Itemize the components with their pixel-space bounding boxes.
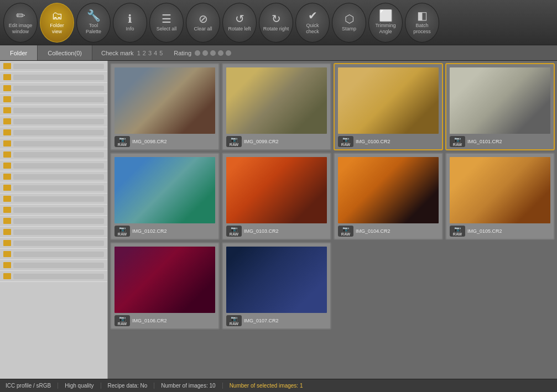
thumb-image-IMG_0103.CR2	[226, 157, 327, 223]
thumb-cell-IMG_0100.CR2[interactable]: 📷 RAW IMG_0100.CR2	[334, 63, 443, 150]
raw-badge-IMG_0107.CR2: 📷 RAW	[226, 315, 242, 326]
sidebar-item-17[interactable]	[0, 249, 107, 260]
thumb-image-IMG_0106.CR2	[114, 247, 215, 313]
camera-icon-IMG_0104.CR2: 📷	[342, 226, 349, 232]
statusbar: ICC profile / sRGB High quality Recipe d…	[0, 379, 557, 392]
sidebar-item-7[interactable]	[0, 138, 107, 149]
thumb-cell-IMG_0103.CR2[interactable]: 📷 RAW IMG_0103.CR2	[222, 153, 331, 240]
thumb-footer-IMG_0103.CR2: 📷 RAW IMG_0103.CR2	[226, 226, 327, 237]
raw-badge-IMG_0098.CR2: 📷 RAW	[114, 136, 130, 147]
sidebar-item-10[interactable]	[0, 171, 107, 182]
sidebar-item-6[interactable]	[0, 127, 107, 138]
checkmark-value-4[interactable]: 4	[154, 50, 157, 56]
clear-all-button[interactable]: ⊘ Clear all	[186, 3, 220, 43]
status-recipe: Recipe data: No	[101, 383, 155, 389]
thumb-footer-IMG_0101.CR2: 📷 RAW IMG_0101.CR2	[450, 136, 550, 147]
select-all-label: Select all	[157, 26, 177, 32]
sidebar-item-label-12	[13, 196, 104, 202]
thumbnail-grid-area[interactable]: 📷 RAW IMG_0098.CR2 📷 RAW IMG_0099.CR2 📷 …	[108, 61, 557, 379]
camera-icon-IMG_0106.CR2: 📷	[119, 316, 126, 322]
rotate-left-button[interactable]: ↺ Rotate left	[222, 3, 257, 43]
sidebar-item-16[interactable]	[0, 238, 107, 249]
stamp-button[interactable]: ⬡ Stamp	[332, 3, 366, 43]
sidebar-item-3[interactable]	[0, 94, 107, 105]
checkmark-value-1[interactable]: 1	[137, 50, 140, 56]
thumb-name-IMG_0098.CR2: IMG_0098.CR2	[132, 139, 167, 144]
rating-dot-1[interactable]	[195, 50, 200, 56]
select-all-button[interactable]: ☰ Select all	[149, 3, 184, 43]
tool-palette-button[interactable]: 🔧 ToolPalette	[76, 3, 111, 43]
thumb-image-IMG_0105.CR2	[450, 157, 550, 223]
thumb-cell-IMG_0104.CR2[interactable]: 📷 RAW IMG_0104.CR2	[334, 153, 443, 240]
folder-icon-4	[3, 107, 11, 113]
sidebar-item-19[interactable]	[0, 271, 107, 282]
camera-icon-IMG_0107.CR2: 📷	[231, 316, 237, 322]
trimming-angle-button[interactable]: ⬜ TrimmingAngle	[368, 3, 403, 43]
sidebar-item-label-4	[13, 108, 104, 113]
sidebar-item-0[interactable]	[0, 61, 107, 72]
rating-dot-3[interactable]	[210, 50, 216, 56]
sidebar-item-12[interactable]	[0, 194, 107, 205]
trimming-angle-label: TrimmingAngle	[375, 23, 395, 35]
thumb-name-IMG_0105.CR2: IMG_0105.CR2	[467, 228, 502, 234]
tab-collection[interactable]: Collection(0)	[38, 45, 92, 60]
info-button[interactable]: ℹ Info	[113, 3, 147, 43]
sidebar-item-label-8	[13, 152, 104, 158]
checkmark-value-5[interactable]: 5	[159, 50, 163, 56]
tab-folder[interactable]: Folder	[0, 45, 38, 60]
checkmark-value-3[interactable]: 3	[148, 50, 152, 56]
sidebar-item-11[interactable]	[0, 182, 107, 194]
edit-image-window-button[interactable]: ✏ Edit imagewindow	[3, 3, 38, 43]
sidebar-item-18[interactable]	[0, 260, 107, 271]
sidebar-item-1[interactable]	[0, 72, 107, 83]
thumb-image-IMG_0101.CR2	[450, 67, 550, 134]
thumb-cell-IMG_0107.CR2[interactable]: 📷 RAW IMG_0107.CR2	[222, 242, 331, 330]
thumb-cell-IMG_0099.CR2[interactable]: 📷 RAW IMG_0099.CR2	[222, 63, 331, 150]
thumb-cell-IMG_0105.CR2[interactable]: 📷 RAW IMG_0105.CR2	[445, 153, 555, 240]
raw-text-IMG_0105.CR2: RAW	[453, 232, 462, 236]
thumb-cell-IMG_0101.CR2[interactable]: 📷 RAW IMG_0101.CR2	[445, 63, 555, 150]
sidebar-item-9[interactable]	[0, 160, 107, 171]
thumb-name-IMG_0102.CR2: IMG_0102.CR2	[132, 228, 167, 234]
sidebar-item-label-1	[13, 75, 104, 80]
folder-icon-14	[3, 218, 11, 224]
thumb-cell-IMG_0106.CR2[interactable]: 📷 RAW IMG_0106.CR2	[110, 242, 220, 330]
thumb-name-IMG_0106.CR2: IMG_0106.CR2	[132, 318, 167, 323]
quick-check-button[interactable]: ✔ Quickcheck	[295, 3, 330, 43]
rating-dots	[195, 50, 231, 56]
status-num-images: Number of images: 10	[154, 383, 222, 389]
raw-text-IMG_0101.CR2: RAW	[453, 143, 462, 147]
batch-process-button[interactable]: ◧ Batchprocess	[405, 3, 439, 43]
tool-palette-label: ToolPalette	[86, 23, 101, 35]
raw-text-IMG_0099.CR2: RAW	[230, 143, 238, 147]
folder-view-button[interactable]: 🗂 Folderview	[40, 3, 74, 43]
folder-icon-15	[3, 229, 11, 235]
thumb-cell-IMG_0102.CR2[interactable]: 📷 RAW IMG_0102.CR2	[110, 153, 220, 240]
sidebar-item-8[interactable]	[0, 149, 107, 160]
sidebar-item-2[interactable]	[0, 83, 107, 94]
sidebar-item-label-17	[13, 252, 104, 257]
camera-icon-IMG_0100.CR2: 📷	[342, 137, 349, 143]
thumb-image-IMG_0098.CR2	[114, 67, 215, 134]
rating-dot-2[interactable]	[202, 50, 208, 56]
rating-dot-4[interactable]	[218, 50, 223, 56]
rating-dot-5[interactable]	[226, 50, 231, 56]
checkmark-value-2[interactable]: 2	[143, 50, 146, 56]
folder-view-label: Folderview	[50, 23, 64, 35]
sidebar-item-14[interactable]	[0, 216, 107, 227]
thumb-name-IMG_0099.CR2: IMG_0099.CR2	[244, 139, 279, 144]
thumb-footer-IMG_0098.CR2: 📷 RAW IMG_0098.CR2	[114, 136, 215, 147]
sidebar-item-15[interactable]	[0, 227, 107, 238]
sidebar-item-13[interactable]	[0, 205, 107, 216]
thumb-cell-IMG_0098.CR2[interactable]: 📷 RAW IMG_0098.CR2	[110, 63, 220, 150]
thumbnail-grid: 📷 RAW IMG_0098.CR2 📷 RAW IMG_0099.CR2 📷 …	[110, 63, 555, 330]
rotate-right-button[interactable]: ↻ Rotate right	[259, 3, 293, 43]
raw-text-IMG_0098.CR2: RAW	[118, 143, 127, 147]
folder-icon-6	[3, 129, 11, 135]
rating-area: Rating	[174, 50, 231, 56]
raw-badge-IMG_0100.CR2: 📷 RAW	[338, 136, 353, 147]
edit-image-window-label: Edit imagewindow	[9, 23, 33, 35]
rating-label: Rating	[174, 50, 191, 56]
sidebar-item-4[interactable]	[0, 105, 107, 116]
sidebar-item-5[interactable]	[0, 116, 107, 127]
